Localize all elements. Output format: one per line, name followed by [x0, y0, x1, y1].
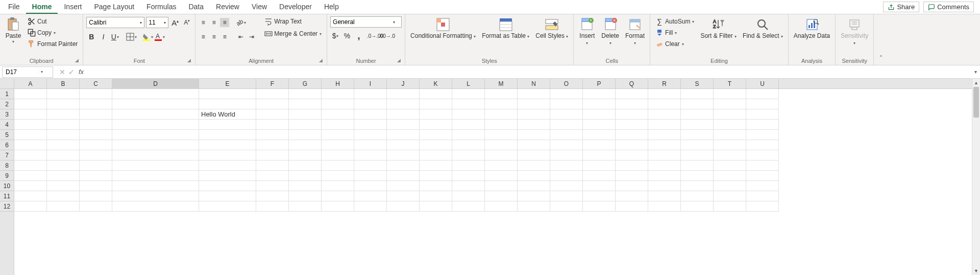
cell[interactable] [256, 130, 289, 140]
cell[interactable] [387, 161, 420, 171]
cell[interactable] [746, 130, 779, 140]
cell[interactable] [648, 171, 681, 181]
underline-button[interactable]: U▾ [110, 32, 120, 42]
name-box[interactable]: ▾ [2, 66, 53, 78]
cell[interactable] [485, 181, 518, 191]
cell[interactable] [354, 130, 387, 140]
cell[interactable] [289, 89, 322, 99]
cell[interactable] [322, 161, 354, 171]
cell[interactable] [322, 181, 354, 191]
cell[interactable] [47, 201, 80, 212]
format-as-table-button[interactable]: Format as Table ▾ [480, 16, 531, 40]
cell[interactable] [112, 130, 199, 140]
cell[interactable] [420, 191, 452, 201]
font-color-button[interactable]: A ▾ [154, 32, 164, 42]
font-name-combo[interactable]: ▾ [86, 17, 144, 28]
tab-page-layout[interactable]: Page Layout [88, 1, 140, 14]
cell[interactable] [485, 120, 518, 130]
align-bottom-button[interactable]: ≡ [220, 18, 229, 27]
cell[interactable] [256, 89, 289, 99]
cell[interactable] [199, 99, 256, 109]
cell[interactable] [112, 140, 199, 150]
cell[interactable] [387, 150, 420, 161]
share-button[interactable]: Share [883, 2, 919, 12]
cell[interactable] [648, 161, 681, 171]
cell[interactable] [387, 201, 420, 212]
cell[interactable] [47, 99, 80, 109]
cell[interactable] [47, 181, 80, 191]
dialog-launcher-icon[interactable]: ◢ [187, 58, 191, 63]
column-header[interactable]: C [80, 79, 112, 88]
increase-font-size-button[interactable]: A▴ [170, 17, 180, 28]
copy-button[interactable]: Copy ▾ [26, 28, 80, 38]
cell[interactable] [14, 89, 47, 99]
cell[interactable] [387, 89, 420, 99]
cell[interactable] [746, 150, 779, 161]
cell[interactable] [714, 109, 746, 120]
row-header[interactable]: 10 [0, 181, 14, 191]
column-header[interactable]: L [452, 79, 485, 88]
cell[interactable] [746, 161, 779, 171]
cell[interactable] [420, 181, 452, 191]
row-header[interactable]: 8 [0, 161, 14, 171]
column-header[interactable]: I [354, 79, 387, 88]
cell[interactable] [550, 161, 583, 171]
cell[interactable] [199, 120, 256, 130]
row-header[interactable]: 3 [0, 109, 14, 120]
find-select-button[interactable]: Find & Select ▾ [741, 16, 785, 40]
cell[interactable] [80, 99, 112, 109]
cell[interactable] [681, 161, 714, 171]
cell[interactable] [485, 201, 518, 212]
cell[interactable] [681, 140, 714, 150]
cell[interactable] [746, 140, 779, 150]
cell[interactable] [452, 161, 485, 171]
cell[interactable] [485, 161, 518, 171]
cell[interactable] [518, 109, 550, 120]
format-cells-button[interactable]: Format▾ [623, 16, 647, 47]
cell[interactable] [648, 181, 681, 191]
cell[interactable] [112, 191, 199, 201]
cell[interactable] [681, 181, 714, 191]
cell[interactable] [256, 150, 289, 161]
cell[interactable] [583, 120, 616, 130]
cell[interactable] [746, 89, 779, 99]
chevron-down-icon[interactable]: ▾ [336, 34, 338, 38]
cell[interactable] [289, 161, 322, 171]
cell[interactable] [80, 171, 112, 181]
cell[interactable] [583, 161, 616, 171]
cell[interactable] [550, 120, 583, 130]
cell[interactable] [485, 140, 518, 150]
decrease-font-size-button[interactable]: A▾ [182, 17, 192, 28]
cell[interactable] [256, 191, 289, 201]
cell[interactable] [80, 109, 112, 120]
chevron-down-icon[interactable]: ▾ [692, 19, 694, 24]
cell[interactable] [714, 130, 746, 140]
cell[interactable] [354, 89, 387, 99]
cell[interactable] [681, 130, 714, 140]
dialog-launcher-icon[interactable]: ◢ [75, 58, 79, 63]
cell[interactable] [387, 191, 420, 201]
cell[interactable] [714, 201, 746, 212]
cell[interactable] [452, 99, 485, 109]
cell[interactable] [518, 171, 550, 181]
cell[interactable] [420, 99, 452, 109]
tab-file[interactable]: File [2, 1, 26, 14]
font-size-combo[interactable]: ▾ [146, 17, 168, 28]
cell[interactable] [289, 130, 322, 140]
row-header[interactable]: 12 [0, 201, 14, 212]
cell[interactable] [354, 99, 387, 109]
cell[interactable] [80, 161, 112, 171]
cell[interactable] [452, 201, 485, 212]
column-header[interactable]: D [112, 79, 199, 88]
cell[interactable] [746, 201, 779, 212]
cell[interactable] [14, 201, 47, 212]
insert-cells-button[interactable]: + Insert▾ [577, 16, 597, 47]
cell[interactable] [80, 89, 112, 99]
cell[interactable] [289, 150, 322, 161]
column-header[interactable]: J [387, 79, 420, 88]
cell[interactable] [616, 201, 648, 212]
cell[interactable] [583, 140, 616, 150]
cell[interactable] [199, 140, 256, 150]
cell[interactable] [80, 181, 112, 191]
cell[interactable] [14, 171, 47, 181]
